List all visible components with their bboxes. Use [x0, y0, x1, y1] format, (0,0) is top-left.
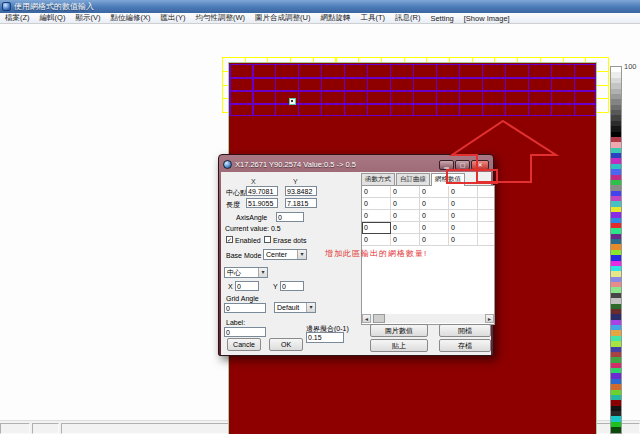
grid-cell[interactable]: 0 — [391, 186, 420, 198]
label-field[interactable] — [224, 327, 266, 337]
base-mode-label: Base Mode — [226, 252, 261, 259]
grid-cell[interactable]: 0 — [391, 210, 420, 222]
chevron-down-icon: ▾ — [258, 268, 267, 277]
table-row: 0000 — [362, 222, 494, 234]
window-title: 使用網格式的數值輸入 — [14, 1, 94, 12]
tab-3[interactable]: 網格數值 — [431, 173, 465, 186]
center-x-field[interactable] — [246, 186, 278, 196]
dialog-title: X17.2671 Y90.2574 Value:0.5 -> 0.5 — [235, 160, 436, 169]
base-mode-select[interactable]: Center ▾ — [263, 249, 307, 260]
status-cell — [0, 423, 30, 434]
y-offset-field[interactable] — [280, 281, 304, 291]
column-y-header: Y — [293, 178, 298, 185]
grid-cell[interactable]: 0 — [449, 234, 478, 246]
column-x-header: X — [251, 178, 256, 185]
erase-dots-label: Erase dots — [273, 237, 306, 244]
menu-item-5[interactable]: 匯出(Y) — [155, 13, 190, 23]
grid-cell[interactable]: 0 — [362, 234, 391, 246]
maximize-button[interactable]: ▢ — [455, 160, 470, 170]
length-y-field[interactable] — [285, 198, 317, 208]
scroll-right-icon[interactable]: ► — [485, 314, 494, 323]
dialog-body: X Y 中心點 長度 AxisAngle Current value: 0.5 … — [221, 172, 491, 355]
grid-cell[interactable]: 0 — [391, 222, 420, 234]
close-button[interactable]: ✕ — [471, 160, 489, 170]
menu-item-12[interactable]: [Show Image] — [459, 14, 515, 23]
boundary-fit-field[interactable] — [306, 332, 344, 343]
grid-cell[interactable]: 0 — [420, 210, 449, 222]
anchor-select[interactable]: 中心 ▾ — [224, 267, 268, 278]
grid-cell[interactable]: 0 — [362, 210, 391, 222]
length-x-field[interactable] — [246, 198, 278, 208]
dialog-icon — [223, 160, 232, 169]
grid-cell[interactable]: 0 — [420, 186, 449, 198]
paste-button[interactable]: 貼上 — [370, 339, 428, 352]
table-row: 0000 — [362, 210, 494, 222]
menu-item-8[interactable]: 網點旋轉 — [315, 13, 355, 23]
chevron-down-icon: ▾ — [297, 250, 306, 259]
colorbar-band[interactable] — [611, 427, 621, 432]
x-offset-label: X — [228, 283, 233, 290]
menu-bar: 檔案(Z)編輯(Q)顯示(V)點位編修(X)匯出(Y)均勻性調整(W)圖片合成調… — [0, 13, 640, 24]
grid-cell[interactable]: 0 — [391, 198, 420, 210]
minimize-button[interactable]: ▁ — [439, 160, 454, 170]
image-values-button[interactable]: 圖片數值 — [370, 324, 428, 337]
x-offset-field[interactable] — [235, 281, 259, 291]
ok-button[interactable]: OK — [269, 338, 303, 351]
grid-cell[interactable]: 0 — [391, 234, 420, 246]
grid-cell[interactable]: 0 — [362, 186, 391, 198]
menu-item-6[interactable]: 均勻性調整(W) — [190, 13, 250, 23]
grid-cell[interactable]: 0 — [420, 222, 449, 234]
current-value-text: Current value: 0.5 — [225, 225, 281, 232]
menu-item-4[interactable]: 點位編修(X) — [105, 13, 155, 23]
tab-1[interactable]: 函數方式 — [361, 173, 395, 185]
grid-cell[interactable]: 0 — [449, 186, 478, 198]
erase-dots-checkbox[interactable] — [264, 236, 271, 243]
menu-item-2[interactable]: 編輯(Q) — [35, 13, 71, 23]
open-file-button[interactable]: 開檔 — [439, 324, 491, 337]
color-scale-bar[interactable] — [610, 66, 622, 434]
table-row: 0000 — [362, 234, 494, 246]
chevron-down-icon: ▾ — [306, 303, 315, 312]
menu-item-11[interactable]: Setting — [425, 14, 458, 23]
grid-angle-mode-select[interactable]: Default ▾ — [274, 302, 316, 313]
cancel-button[interactable]: Cancle — [227, 338, 261, 351]
center-y-field[interactable] — [285, 186, 317, 196]
menu-item-10[interactable]: 訊息(R) — [390, 13, 425, 23]
grid-cell[interactable]: 0 — [449, 198, 478, 210]
menu-item-7[interactable]: 圖片合成調整(U) — [250, 13, 315, 23]
enabled-checkbox[interactable]: ✓ — [226, 236, 233, 243]
grid-cell[interactable]: 0 — [420, 198, 449, 210]
scroll-left-icon[interactable]: ◄ — [362, 314, 371, 323]
center-label: 中心點 — [226, 188, 247, 198]
window-titlebar[interactable]: 使用網格式的數值輸入 — [0, 0, 640, 13]
selected-cell-marker — [289, 98, 296, 105]
y-offset-label: Y — [273, 283, 278, 290]
grid-cell[interactable]: 0 — [449, 222, 478, 234]
axis-angle-label: AxisAngle — [236, 214, 267, 221]
annotation-note-text: 增加此區輸出的網格數量! — [325, 248, 427, 259]
save-file-button[interactable]: 存檔 — [439, 339, 491, 352]
grid-cell[interactable]: 0 — [362, 198, 391, 210]
app-icon — [2, 2, 11, 11]
dialog-titlebar[interactable]: X17.2671 Y90.2574 Value:0.5 -> 0.5 ▁ ▢ ✕ — [221, 157, 491, 172]
status-cell — [32, 423, 59, 434]
label-label: Label: — [226, 319, 245, 326]
grid-angle-field[interactable] — [224, 303, 266, 313]
table-row: 0000 — [362, 198, 494, 210]
grid-cell[interactable]: 0 — [449, 210, 478, 222]
grid-angle-label: Grid Angle — [226, 295, 259, 302]
menu-item-3[interactable]: 顯示(V) — [70, 13, 105, 23]
grid-cell[interactable]: 0 — [420, 234, 449, 246]
menu-item-1[interactable]: 檔案(Z) — [0, 13, 35, 23]
grid-values-table: 00000000000000000000 — [362, 186, 494, 246]
axis-angle-field[interactable] — [276, 212, 304, 222]
grid-value-dialog: X17.2671 Y90.2574 Value:0.5 -> 0.5 ▁ ▢ ✕… — [218, 154, 494, 356]
table-row: 0000 — [362, 186, 494, 198]
scrollbar-thumb[interactable] — [373, 314, 385, 323]
menu-item-9[interactable]: 工具(T) — [355, 13, 390, 23]
tab-2[interactable]: 自訂曲線 — [396, 173, 430, 185]
grid-cell[interactable]: 0 — [362, 222, 391, 234]
marker-dot — [291, 100, 293, 102]
horizontal-scrollbar[interactable]: ◄ ► — [362, 314, 494, 323]
enabled-label: Enabled — [235, 237, 261, 244]
